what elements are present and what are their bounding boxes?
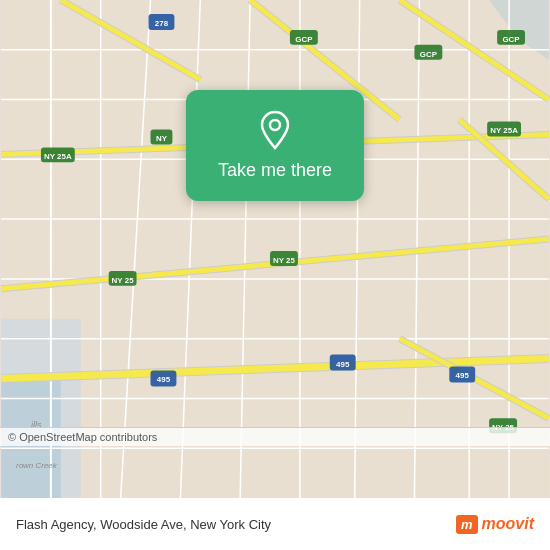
copyright-bar: © OpenStreetMap contributors bbox=[0, 427, 550, 446]
moovit-m-badge: m bbox=[456, 515, 478, 534]
svg-text:495: 495 bbox=[456, 371, 470, 380]
app: 278 GCP GCP GCP NY 25A NY 25A NY NY 25 N… bbox=[0, 0, 550, 550]
map-container: 278 GCP GCP GCP NY 25A NY 25A NY NY 25 N… bbox=[0, 0, 550, 498]
svg-text:NY 25: NY 25 bbox=[112, 276, 135, 285]
svg-text:495: 495 bbox=[336, 360, 350, 369]
take-me-there-label: Take me there bbox=[218, 160, 332, 181]
svg-text:NY 25A: NY 25A bbox=[44, 152, 72, 161]
svg-text:NY 25: NY 25 bbox=[273, 256, 296, 265]
svg-text:278: 278 bbox=[155, 19, 169, 28]
svg-point-66 bbox=[270, 120, 280, 130]
moovit-wordmark: moovit bbox=[482, 515, 534, 533]
take-me-there-button[interactable]: Take me there bbox=[186, 90, 364, 201]
copyright-text: © OpenStreetMap contributors bbox=[8, 431, 157, 443]
map-background: 278 GCP GCP GCP NY 25A NY 25A NY NY 25 N… bbox=[0, 0, 550, 498]
moovit-logo: m moovit bbox=[456, 515, 534, 534]
address-text: Flash Agency, Woodside Ave, New York Cit… bbox=[16, 517, 271, 532]
svg-text:NY: NY bbox=[156, 134, 168, 143]
location-pin-icon bbox=[253, 108, 297, 152]
svg-text:GCP: GCP bbox=[420, 50, 438, 59]
svg-text:NY 25A: NY 25A bbox=[490, 126, 518, 135]
svg-text:rown Creek: rown Creek bbox=[16, 461, 58, 470]
svg-text:495: 495 bbox=[157, 375, 171, 384]
svg-text:GCP: GCP bbox=[295, 35, 313, 44]
svg-text:GCP: GCP bbox=[502, 35, 520, 44]
address-bar: Flash Agency, Woodside Ave, New York Cit… bbox=[0, 498, 550, 550]
